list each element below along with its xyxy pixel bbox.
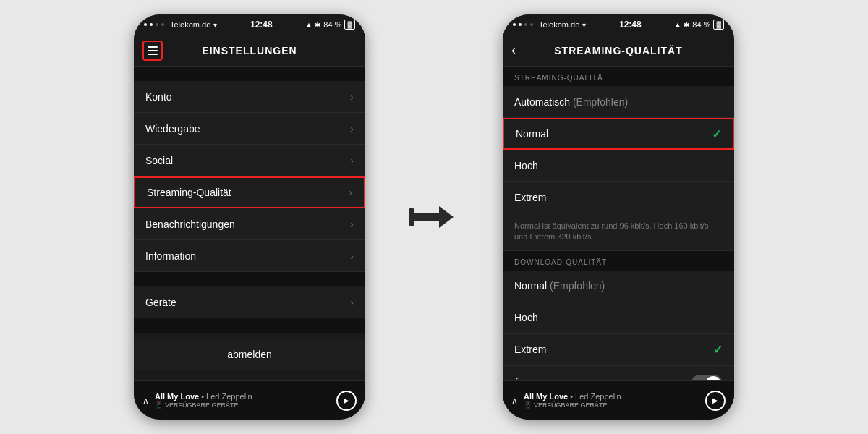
streaming-option-automatic[interactable]: Automatisch (Empfohlen): [503, 86, 734, 118]
dl-normal-label: Normal (Empfohlen): [514, 280, 605, 292]
menu-line-2: [148, 50, 158, 51]
signal-dot-2: [150, 23, 153, 26]
dl-extrem-label: Extrem: [514, 344, 546, 355]
bluetooth-icon: ✱: [315, 21, 320, 29]
now-playing-bar-left[interactable]: ∧ All My Love • Led Zeppelin 📱 VERFÜGBAR…: [134, 380, 365, 420]
track-title-left: All My Love • Led Zeppelin: [155, 392, 331, 401]
battery-icon-right: ▓: [713, 20, 724, 30]
signal-dot-4: [161, 23, 164, 26]
menu-item-wiedergabe[interactable]: Wiedergabe ›: [134, 113, 365, 145]
device-label-left: 📱 VERFÜGBARE GERÄTE: [155, 401, 331, 409]
device-icon-left: 📱: [155, 401, 163, 409]
menu-line-1: [148, 46, 158, 48]
svg-marker-1: [439, 206, 454, 228]
status-carrier-right: Telekom.de ▾: [513, 20, 586, 29]
chevron-streaming: ›: [349, 187, 352, 198]
menu-label-streaming: Streaming-Qualität: [147, 187, 231, 198]
quality-scroll-area: STREAMING-QUALITÄT Automatisch (Empfohle…: [503, 67, 734, 420]
location-icon-right: ▲: [674, 21, 681, 28]
time-left: 12:48: [250, 20, 273, 30]
menu-item-streaming[interactable]: Streaming-Qualität ›: [134, 176, 365, 208]
quality-header: ‹ STREAMING-QUALITÄT: [503, 35, 734, 67]
menu-button[interactable]: [142, 41, 163, 61]
battery-left: 84 %: [323, 20, 341, 29]
back-button[interactable]: ‹: [511, 43, 516, 58]
bluetooth-icon-right: ✱: [684, 21, 689, 29]
expand-icon-left: ∧: [142, 396, 149, 406]
play-button-right[interactable]: ▶: [705, 391, 726, 411]
location-icon: ▲: [305, 21, 312, 28]
connector-arrow: [409, 195, 459, 239]
left-phone: Telekom.de ▾ 12:48 ▲ ✱ 84 % ▓ EINSTELLUN…: [134, 14, 365, 420]
chevron-konto: ›: [350, 91, 354, 103]
menu-line-3: [148, 54, 158, 55]
dl-extrem-checkmark: ✓: [713, 343, 723, 357]
menu-label-wiedergabe: Wiedergabe: [145, 123, 200, 135]
signal-dot-3: [156, 23, 158, 26]
download-option-extrem[interactable]: Extrem ✓: [503, 334, 734, 366]
status-carrier-left: Telekom.de ▾: [144, 20, 217, 29]
normal-checkmark: ✓: [712, 127, 721, 141]
extrem-label: Extrem: [514, 192, 546, 203]
track-title-right: All My Love • Led Zeppelin: [524, 392, 699, 401]
signal-dot-r4: [530, 23, 533, 26]
settings-header: EINSTELLUNGEN: [134, 35, 365, 67]
device-label-right: 📱 VERFÜGBARE GERÄTE: [524, 401, 699, 409]
menu-label-geraete: Geräte: [145, 297, 176, 308]
menu-item-notifications[interactable]: Benachrichtigungen ›: [134, 208, 365, 240]
chevron-notifications: ›: [350, 218, 354, 230]
expand-icon-right: ∧: [511, 396, 518, 406]
menu-item-konto[interactable]: Konto ›: [134, 81, 365, 113]
status-right-right: ▲ ✱ 84 % ▓: [674, 20, 724, 30]
streaming-option-extrem[interactable]: Extrem: [503, 182, 734, 213]
logout-button[interactable]: abmelden: [134, 339, 365, 370]
menu-item-geraete[interactable]: Geräte ›: [134, 286, 365, 318]
menu-item-information[interactable]: Information ›: [134, 240, 365, 272]
section-gap-middle: [134, 272, 365, 286]
wifi-icon: ▾: [213, 21, 217, 29]
svg-rect-2: [409, 208, 414, 226]
time-right: 12:48: [619, 20, 642, 30]
streaming-option-hoch[interactable]: Hoch: [503, 150, 734, 182]
status-right-left: ▲ ✱ 84 % ▓: [305, 20, 355, 30]
track-info-left: All My Love • Led Zeppelin 📱 VERFÜGBARE …: [155, 392, 331, 409]
section-gap-bottom: [134, 318, 365, 333]
quality-title: STREAMING-QUALITÄT: [554, 45, 682, 56]
arrow-svg: [409, 195, 459, 239]
chevron-wiedergabe: ›: [350, 123, 354, 135]
hoch-label: Hoch: [514, 160, 538, 171]
status-bar-left: Telekom.de ▾ 12:48 ▲ ✱ 84 % ▓: [134, 14, 365, 35]
play-button-left[interactable]: ▶: [336, 391, 357, 411]
chevron-geraete: ›: [350, 297, 354, 308]
signal-dot-r1: [513, 23, 516, 26]
chevron-information: ›: [350, 250, 354, 262]
chevron-social: ›: [350, 155, 354, 166]
carrier-name-left: Telekom.de: [170, 20, 210, 29]
automatic-sub: (Empfohlen): [573, 96, 628, 108]
right-phone: Telekom.de ▾ 12:48 ▲ ✱ 84 % ▓ ‹ STREAMIN…: [503, 14, 734, 420]
signal-dot-r2: [519, 23, 522, 26]
settings-title: EINSTELLUNGEN: [202, 45, 297, 56]
wifi-icon-right: ▾: [582, 21, 586, 29]
menu-label-information: Information: [145, 250, 196, 262]
status-bar-right: Telekom.de ▾ 12:48 ▲ ✱ 84 % ▓: [503, 14, 734, 35]
menu-item-social[interactable]: Social ›: [134, 145, 365, 176]
carrier-name-right: Telekom.de: [539, 20, 579, 29]
now-playing-bar-right[interactable]: ∧ All My Love • Led Zeppelin 📱 VERFÜGBAR…: [503, 380, 734, 420]
dl-normal-sub: (Empfohlen): [550, 280, 605, 292]
normal-label: Normal: [516, 128, 548, 140]
track-info-right: All My Love • Led Zeppelin 📱 VERFÜGBARE …: [524, 392, 699, 409]
download-option-normal[interactable]: Normal (Empfohlen): [503, 271, 734, 302]
streaming-option-normal[interactable]: Normal ✓: [503, 118, 734, 150]
section-gap-top: [134, 67, 365, 81]
download-section-label: DOWNLOAD-QUALITÄT: [503, 251, 734, 271]
battery-icon-left: ▓: [344, 20, 355, 30]
signal-dot-1: [144, 23, 147, 26]
download-option-hoch[interactable]: Hoch: [503, 302, 734, 334]
settings-list: Konto › Wiedergabe › Social › Streaming-…: [134, 67, 365, 370]
automatic-label: Automatisch (Empfohlen): [514, 96, 628, 108]
battery-right: 84 %: [692, 20, 710, 29]
device-icon-right: 📱: [524, 401, 532, 409]
logout-label: abmelden: [227, 349, 272, 360]
signal-dot-r3: [524, 23, 527, 26]
